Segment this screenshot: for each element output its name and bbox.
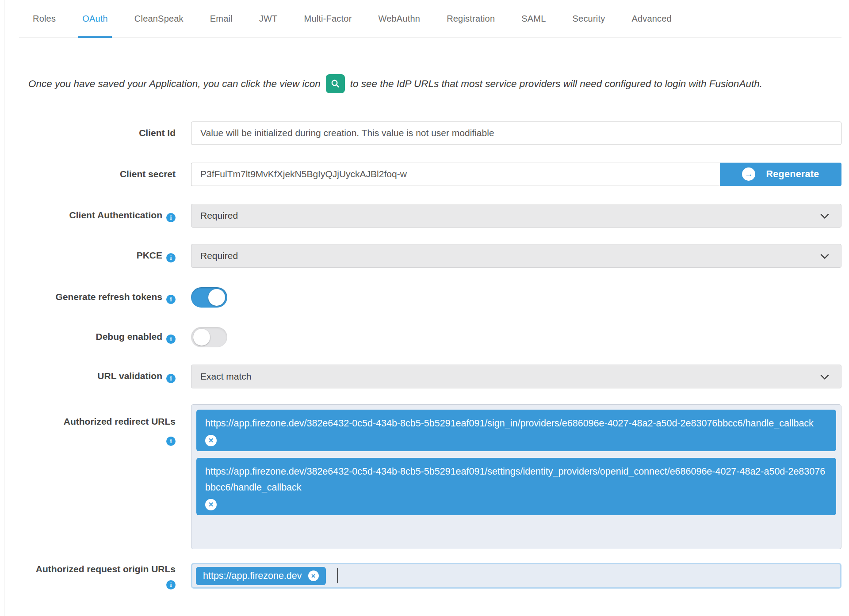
authorized-redirect-urls-label: Authorized redirect URLs i: [28, 404, 176, 446]
url-validation-select[interactable]: Exact match: [191, 365, 841, 388]
info-icon[interactable]: i: [166, 374, 176, 383]
arrow-circle-right-icon: →: [742, 167, 755, 181]
window-edge-line: [4, 0, 4, 616]
info-icon[interactable]: i: [166, 295, 176, 304]
generate-refresh-tokens-row: Generate refresh tokensi: [28, 287, 841, 308]
authorized-redirect-urls-row: Authorized redirect URLs i https://app.f…: [28, 404, 841, 549]
authorized-request-origin-urls-input[interactable]: https://app.firezone.dev ✕: [191, 563, 841, 589]
toggle-knob: [208, 289, 225, 306]
remove-url-icon[interactable]: ✕: [205, 435, 217, 446]
tab-advanced[interactable]: Advanced: [631, 0, 673, 38]
view-idp-urls-button[interactable]: [326, 74, 345, 93]
tab-registration[interactable]: Registration: [446, 0, 496, 38]
toggle-knob: [193, 329, 210, 346]
tab-saml[interactable]: SAML: [520, 0, 547, 38]
chevron-down-icon: [820, 250, 829, 259]
authorized-redirect-urls-input[interactable]: https://app.firezone.dev/382e6432-0c5d-4…: [191, 404, 841, 549]
debug-enabled-row: Debug enabledi: [28, 327, 841, 347]
tab-webauthn[interactable]: WebAuthn: [378, 0, 421, 38]
info-icon[interactable]: i: [166, 580, 176, 589]
debug-enabled-label: Debug enabledi: [28, 330, 176, 344]
debug-enabled-toggle[interactable]: [191, 327, 227, 347]
oauth-form: Client Id Client secret →Regenerate Clie…: [28, 122, 841, 590]
chevron-down-icon: [820, 371, 829, 380]
authorized-request-origin-urls-label: Authorized request origin URLsi: [28, 563, 176, 590]
pkce-label: PKCEi: [28, 249, 176, 263]
client-id-row: Client Id: [28, 122, 841, 145]
redirect-url-chip: https://app.firezone.dev/382e6432-0c5d-4…: [196, 410, 836, 451]
client-authentication-row: Client Authenticationi Required: [28, 204, 841, 228]
tab-multi-factor[interactable]: Multi-Factor: [303, 0, 353, 38]
intro-text-after: to see the IdP URLs that most service pr…: [350, 78, 762, 89]
tab-jwt[interactable]: JWT: [258, 0, 279, 38]
client-authentication-select[interactable]: Required: [191, 204, 841, 228]
info-icon[interactable]: i: [166, 335, 176, 344]
client-secret-row: Client secret →Regenerate: [28, 163, 841, 186]
client-secret-input[interactable]: [191, 163, 720, 186]
chevron-down-icon: [820, 210, 829, 219]
info-icon[interactable]: i: [166, 253, 176, 262]
client-authentication-label: Client Authenticationi: [28, 209, 176, 223]
tab-roles[interactable]: Roles: [32, 0, 57, 38]
generate-refresh-tokens-label: Generate refresh tokensi: [28, 290, 176, 304]
tab-email[interactable]: Email: [209, 0, 233, 38]
tab-security[interactable]: Security: [572, 0, 606, 38]
redirect-url-chip: https://app.firezone.dev/382e6432-0c5d-4…: [196, 458, 836, 515]
intro-text: Once you have saved your Application, yo…: [28, 74, 800, 94]
tab-cleanspeak[interactable]: CleanSpeak: [134, 0, 184, 38]
tab-bar: Roles OAuth CleanSpeak Email JWT Multi-F…: [19, 0, 841, 38]
pkce-select[interactable]: Required: [191, 244, 841, 268]
generate-refresh-tokens-toggle[interactable]: [191, 287, 227, 308]
remove-url-icon[interactable]: ✕: [205, 499, 217, 510]
url-validation-row: URL validationi Exact match: [28, 365, 841, 388]
info-icon[interactable]: i: [166, 437, 176, 446]
client-id-input[interactable]: [191, 122, 841, 145]
url-validation-label: URL validationi: [28, 369, 176, 384]
client-id-label: Client Id: [28, 126, 176, 140]
pkce-row: PKCEi Required: [28, 244, 841, 268]
tab-oauth[interactable]: OAuth: [81, 0, 109, 38]
info-icon[interactable]: i: [166, 213, 176, 222]
regenerate-button[interactable]: →Regenerate: [720, 163, 841, 186]
authorized-request-origin-urls-row: Authorized request origin URLsi https://…: [28, 563, 841, 590]
text-cursor: [337, 568, 338, 583]
remove-url-icon[interactable]: ✕: [308, 570, 319, 581]
client-secret-label: Client secret: [28, 167, 176, 181]
search-icon: [330, 79, 340, 89]
intro-text-before: Once you have saved your Application, yo…: [28, 78, 321, 89]
origin-url-chip: https://app.firezone.dev ✕: [196, 567, 326, 585]
